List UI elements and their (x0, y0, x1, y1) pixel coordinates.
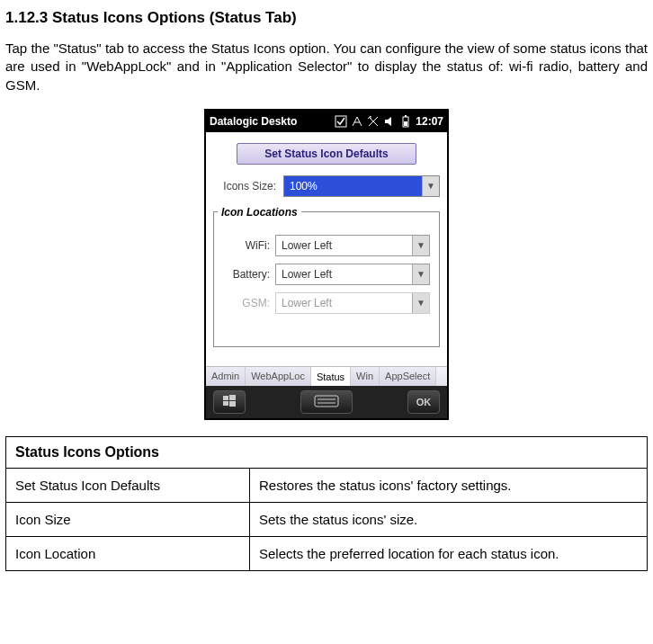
battery-select[interactable]: Lower Left ▼ (275, 264, 430, 285)
chevron-down-icon: ▼ (412, 293, 429, 313)
icons-size-value: 100% (290, 180, 318, 192)
keyboard-icon (314, 395, 339, 409)
tab-admin[interactable]: Admin (206, 367, 246, 386)
gsm-select: Lower Left ▼ (275, 292, 430, 314)
svg-rect-10 (223, 401, 228, 406)
keyboard-button[interactable] (300, 390, 353, 414)
icons-size-label: Icons Size: (213, 180, 283, 192)
opt-desc: Restores the status icons' factory setti… (250, 468, 648, 502)
soft-key-bar: OK (206, 386, 447, 418)
ok-button[interactable]: OK (407, 390, 440, 414)
gsm-value: Lower Left (282, 297, 332, 309)
svg-rect-12 (315, 396, 338, 407)
svg-rect-7 (404, 121, 407, 126)
opt-desc: Sets the status icons' size. (250, 502, 648, 536)
opt-name: Icon Size (6, 502, 250, 536)
icons-size-select[interactable]: 100% ▼ (283, 175, 440, 197)
opt-name: Icon Location (6, 536, 250, 570)
wifi-select[interactable]: Lower Left ▼ (275, 235, 430, 256)
taskbar-clock: 12:07 (416, 115, 443, 128)
check-icon (335, 115, 347, 128)
opt-desc: Selects the preferred location for each … (250, 536, 648, 570)
wifi-row: WiFi: Lower Left ▼ (219, 235, 430, 256)
tab-bar: Admin WebAppLoc Status Win AppSelect (206, 366, 447, 386)
taskbar-title: Datalogic Deskto (210, 115, 335, 128)
start-button[interactable] (213, 390, 246, 414)
taskbar: Datalogic Deskto 12:07 (206, 111, 447, 132)
icon-locations-group: Icon Locations WiFi: Lower Left ▼ Batter… (213, 206, 440, 347)
windows-icon (222, 394, 237, 410)
screenshot-container: Datalogic Deskto 12:07 (5, 109, 648, 420)
opt-name: Set Status Icon Defaults (6, 468, 250, 502)
icons-size-row: Icons Size: 100% ▼ (213, 175, 440, 197)
section-body: Tap the "Status" tab to access the Statu… (5, 40, 648, 94)
options-table: Status Icons Options Set Status Icon Def… (5, 436, 648, 571)
section-heading: 1.12.3 Status Icons Options (Status Tab) (5, 9, 648, 27)
tab-status[interactable]: Status (311, 367, 351, 386)
app-content: Set Status Icon Defaults Icons Size: 100… (206, 132, 447, 366)
tab-webapploc[interactable]: WebAppLoc (246, 367, 311, 386)
table-row: Icon Location Selects the preferred loca… (6, 536, 648, 570)
signal-icon (367, 115, 380, 128)
gsm-label: GSM: (219, 297, 275, 309)
battery-label: Battery: (219, 268, 275, 281)
svg-marker-4 (385, 117, 391, 126)
set-defaults-button[interactable]: Set Status Icon Defaults (237, 143, 416, 165)
chevron-down-icon: ▼ (412, 236, 429, 255)
options-table-header: Status Icons Options (6, 436, 648, 468)
connectivity-icon (351, 115, 363, 128)
taskbar-tray (335, 115, 412, 128)
battery-row: Battery: Lower Left ▼ (219, 264, 430, 285)
chevron-down-icon: ▼ (412, 264, 429, 284)
battery-icon (399, 115, 412, 128)
table-row: Set Status Icon Defaults Restores the st… (6, 468, 648, 502)
volume-icon (383, 115, 396, 128)
wifi-label: WiFi: (219, 239, 275, 252)
svg-rect-9 (229, 395, 236, 400)
table-row: Icon Size Sets the status icons' size. (6, 502, 648, 536)
svg-rect-8 (223, 396, 228, 400)
device-screenshot: Datalogic Deskto 12:07 (204, 109, 449, 420)
svg-rect-0 (335, 116, 346, 127)
battery-value: Lower Left (282, 268, 332, 281)
tab-win[interactable]: Win (351, 367, 380, 386)
icon-locations-legend: Icon Locations (218, 206, 301, 219)
svg-rect-11 (229, 401, 236, 407)
chevron-down-icon: ▼ (422, 176, 439, 196)
tab-appselect[interactable]: AppSelect (380, 367, 436, 386)
svg-rect-6 (405, 115, 407, 117)
gsm-row: GSM: Lower Left ▼ (219, 292, 430, 314)
wifi-value: Lower Left (282, 239, 332, 252)
